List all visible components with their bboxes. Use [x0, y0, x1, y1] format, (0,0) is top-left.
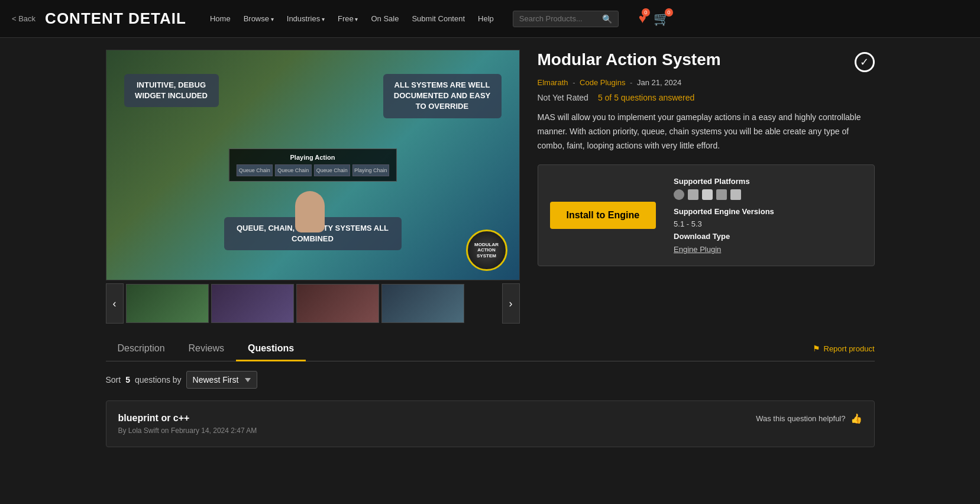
ui-cell-2: Queue Chain — [275, 164, 312, 176]
product-title: Modular Action System — [538, 50, 721, 70]
thumbs-up-icon[interactable]: 👍 — [850, 413, 862, 424]
carousel-thumbs — [124, 283, 502, 324]
header: < Back CONTENT DETAIL Home Browse Indust… — [0, 0, 980, 38]
product-logo: MODULARACTIONSYSTEM — [466, 230, 507, 271]
sort-count: 5 — [125, 375, 130, 385]
platform-icon-5 — [730, 189, 741, 200]
tabs-row: Description Reviews Questions ⚑ Report p… — [106, 336, 875, 361]
cart-icon-button[interactable]: 🛒 0 — [654, 11, 669, 27]
back-button[interactable]: < Back — [12, 14, 35, 23]
thumbnail-3[interactable] — [296, 284, 379, 323]
meta-sep-1: - — [573, 78, 577, 87]
product-main-image: INTUITIVE, DEBUG WIDGET INCLUDED ALL SYS… — [106, 50, 519, 280]
cart-badge: 0 — [665, 8, 673, 17]
engine-versions-value: 5.1 - 5.3 — [674, 219, 862, 228]
tab-questions[interactable]: Questions — [236, 336, 306, 361]
image-overlay-left: INTUITIVE, DEBUG WIDGET INCLUDED — [124, 74, 219, 107]
carousel-next-button[interactable]: › — [502, 283, 520, 324]
supported-platforms-label: Supported Platforms — [674, 177, 862, 186]
product-description: MAS will allow you to implement your gam… — [538, 111, 875, 153]
author-link[interactable]: Elmarath — [538, 78, 568, 87]
rating-label: Not Yet Rated — [538, 93, 588, 102]
question-card-1: blueprint or c++ By Lola Swift on Februa… — [106, 400, 875, 447]
thumbnail-2[interactable] — [211, 284, 294, 323]
ui-panel-overlay: Playing Action Queue Chain Queue Chain Q… — [228, 148, 396, 182]
nav-industries[interactable]: Industries — [287, 14, 325, 23]
nav-free[interactable]: Free — [338, 14, 358, 23]
meta-sep-2: - — [630, 78, 635, 87]
sort-prefix: Sort — [106, 375, 121, 385]
install-panel: Install to Engine Supported Platforms Su… — [538, 164, 875, 266]
product-meta: Elmarath - Code Plugins - Jan 21, 2024 — [538, 78, 875, 87]
header-icon-group: ♥ 0 🛒 0 — [639, 11, 669, 27]
category-link[interactable]: Code Plugins — [580, 78, 625, 87]
sort-suffix: questions by — [135, 375, 182, 385]
questions-answered-link[interactable]: 5 of 5 questions answered — [598, 93, 694, 102]
ui-panel-grid: Queue Chain Queue Chain Queue Chain Play… — [236, 164, 389, 176]
sort-select[interactable]: Newest First Oldest First Most Helpful — [186, 371, 257, 389]
question-title: blueprint or c++ — [118, 413, 756, 424]
tabs-section: Description Reviews Questions ⚑ Report p… — [82, 336, 898, 447]
publish-date: Jan 21, 2024 — [637, 78, 681, 87]
platform-icons — [674, 189, 862, 200]
nav-help[interactable]: Help — [478, 14, 494, 23]
tab-reviews[interactable]: Reviews — [177, 336, 236, 361]
image-overlay-right: ALL SYSTEMS ARE WELL DOCUMENTED AND EASY… — [383, 74, 502, 118]
thumbnail-1[interactable] — [126, 284, 209, 323]
platform-icon-2 — [688, 189, 698, 200]
engine-versions-label: Supported Engine Versions — [674, 207, 862, 216]
right-panel: Modular Action System ✓ Elmarath - Code … — [538, 50, 875, 324]
carousel-prev-button[interactable]: ‹ — [106, 283, 124, 324]
install-button[interactable]: Install to Engine — [550, 202, 656, 229]
wishlist-icon-button[interactable]: ♥ 0 — [639, 11, 646, 27]
main-nav: Home Browse Industries Free On Sale Subm… — [210, 11, 968, 27]
nav-on-sale[interactable]: On Sale — [371, 14, 399, 23]
download-type-link[interactable]: Engine Plugin — [674, 245, 721, 254]
tab-description[interactable]: Description — [106, 336, 177, 361]
rating-row: Not Yet Rated 5 of 5 questions answered — [538, 93, 875, 102]
report-label: Report product — [824, 344, 875, 353]
nav-home[interactable]: Home — [210, 14, 231, 23]
main-content: INTUITIVE, DEBUG WIDGET INCLUDED ALL SYS… — [82, 38, 898, 336]
flag-icon: ⚑ — [813, 344, 820, 353]
platform-icon-3 — [702, 189, 713, 200]
verified-check-icon: ✓ — [855, 52, 875, 72]
question-author: By Lola Swift on February 14, 2024 2:47 … — [118, 427, 756, 435]
image-carousel: ‹ › — [106, 283, 520, 324]
game-character — [295, 191, 325, 232]
left-panel: INTUITIVE, DEBUG WIDGET INCLUDED ALL SYS… — [106, 50, 520, 324]
search-icon[interactable]: 🔍 — [602, 14, 612, 24]
product-image-container: INTUITIVE, DEBUG WIDGET INCLUDED ALL SYS… — [106, 50, 520, 280]
install-info: Supported Platforms Supported Engine Ver… — [674, 177, 862, 254]
ui-cell-1: Queue Chain — [236, 164, 273, 176]
search-bar: 🔍 — [513, 11, 619, 27]
helpful-label: Was this question helpful? — [756, 414, 845, 423]
wishlist-badge: 0 — [642, 8, 650, 17]
download-type-label: Download Type — [674, 232, 862, 241]
product-header-row: Modular Action System ✓ — [538, 50, 875, 72]
page-title: CONTENT DETAIL — [45, 9, 186, 28]
question-content: blueprint or c++ By Lola Swift on Februa… — [118, 413, 756, 435]
platform-icon-4 — [716, 189, 727, 200]
nav-browse[interactable]: Browse — [244, 14, 274, 23]
ui-panel-title: Playing Action — [236, 154, 389, 161]
question-helpful-row: Was this question helpful? 👍 — [756, 413, 862, 424]
thumbnail-4[interactable] — [381, 284, 464, 323]
ui-cell-4: Playing Chain — [352, 164, 389, 176]
nav-submit[interactable]: Submit Content — [412, 14, 465, 23]
search-input[interactable] — [519, 14, 602, 23]
ui-cell-3: Queue Chain — [314, 164, 351, 176]
platform-icon-1 — [674, 189, 684, 200]
sort-row: Sort 5 questions by Newest First Oldest … — [106, 361, 875, 396]
report-product-button[interactable]: ⚑ Report product — [813, 344, 875, 353]
